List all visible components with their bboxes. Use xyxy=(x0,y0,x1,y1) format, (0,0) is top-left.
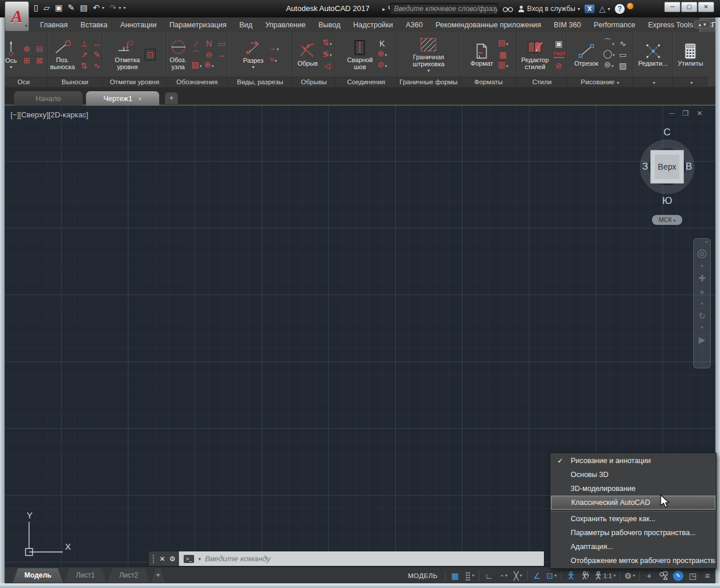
sign-in-control[interactable]: Вход в службы ▾ xyxy=(518,5,580,13)
viewcube-east[interactable]: В xyxy=(686,161,692,173)
viewcube[interactable]: С З Верх В Ю МСК ▾ xyxy=(629,127,705,214)
symbol-small-icon-7[interactable]: ▨▾ xyxy=(192,60,201,71)
level-mark-button[interactable]: Отметка уровня xyxy=(113,38,142,71)
layout-tab-model[interactable]: Модель xyxy=(13,568,63,583)
menu-item-3d-modeling[interactable]: 3D-моделирование xyxy=(551,482,715,496)
ribbon-collapse-button[interactable]: ▴ ▾ xyxy=(694,20,711,28)
ellipse-icon[interactable]: ⊜▾ xyxy=(603,60,615,71)
symbol-small-icon-4[interactable]: ⊖ xyxy=(205,50,214,59)
callout-small-icon-2[interactable]: ↗ xyxy=(80,50,89,59)
level-small-icon-1[interactable]: ⊡ xyxy=(145,49,156,60)
redo-dropdown-icon[interactable]: ▾ xyxy=(119,5,121,10)
navbar-dropdown-icon-2[interactable]: ▾ xyxy=(701,302,703,306)
tab-addins[interactable]: Надстройки xyxy=(347,19,400,32)
style-small-icon-1[interactable]: ▣ xyxy=(553,39,564,48)
panel-title-views[interactable]: Виды, разрезы xyxy=(228,77,292,87)
position-callout-button[interactable]: Поз. выноска xyxy=(48,38,77,71)
window-maximize-button[interactable]: ▢ xyxy=(681,2,697,12)
panel-title-draw[interactable]: Рисование▾ xyxy=(567,77,633,87)
open-file-icon[interactable]: ▱ xyxy=(44,3,50,12)
symbol-small-icon-3[interactable]: N xyxy=(205,39,214,48)
annotation-scale-button[interactable]: 1:1 ▾ xyxy=(593,569,617,583)
hatch-icon[interactable]: ▨ xyxy=(618,61,628,70)
viewcube-top-face[interactable]: Верх xyxy=(650,150,684,184)
break-small-icon-1[interactable]: ⇅▾ xyxy=(323,38,332,49)
circle-icon[interactable]: ◯▾ xyxy=(603,49,615,60)
symbol-small-icon-8[interactable]: ⊕▾ xyxy=(205,60,214,71)
weld-seam-button[interactable]: Сварной шов xyxy=(345,38,374,71)
panel-title-levels[interactable]: Отметки уровня xyxy=(103,77,166,87)
ucs-selector-button[interactable]: МСК ▾ xyxy=(652,215,682,225)
panel-title-styles[interactable]: Стили xyxy=(517,77,567,87)
grid-toggle[interactable]: ▦ xyxy=(448,569,462,583)
tab-performance[interactable]: Performance xyxy=(588,19,642,32)
tab-express-tools[interactable]: Express Tools xyxy=(642,19,700,32)
break-small-icon-3[interactable]: ◁ xyxy=(323,61,332,70)
spline-icon[interactable]: ∿ xyxy=(618,39,628,48)
panel-title-formats[interactable]: Форматы xyxy=(460,77,517,87)
tab-annotate[interactable]: Аннотации xyxy=(114,19,163,32)
canvas-restore-icon[interactable]: ❐ xyxy=(682,109,689,117)
search-binoculars-icon[interactable] xyxy=(503,5,513,13)
command-line[interactable]: ✕ ⚙ >_ ▾ Введите команду xyxy=(148,551,545,567)
symbol-small-icon-6[interactable]: ↔ xyxy=(217,50,227,59)
format-button[interactable]: Формат xyxy=(469,41,495,68)
status-plus-button[interactable]: + xyxy=(642,569,656,583)
new-drawing-button[interactable]: + xyxy=(165,92,178,104)
command-input[interactable]: >_ ▾ Введите команду xyxy=(179,551,544,566)
format-small-icon-1[interactable]: ▤▾ xyxy=(498,38,508,49)
tab-insert[interactable]: Вставка xyxy=(74,19,114,32)
panel-title-callouts[interactable]: Выноски xyxy=(48,77,102,87)
views-small-icon-2[interactable]: ≈▾ xyxy=(268,55,279,66)
layout-tab-sheet2[interactable]: Лист2 xyxy=(108,568,150,583)
callout-small-icon-6[interactable]: ∿ xyxy=(92,61,102,70)
show-motion-icon[interactable]: ▶ xyxy=(698,335,705,344)
save-icon[interactable]: ▣ xyxy=(55,3,63,12)
navbar-dropdown-icon-3[interactable]: ▾ xyxy=(701,325,703,330)
tab-featured-apps[interactable]: Рекомендованные приложения xyxy=(429,19,547,32)
utilities-button[interactable]: Утилиты xyxy=(676,41,705,68)
customization-button[interactable]: ≡ xyxy=(700,569,714,583)
window-minimize-button[interactable]: ─ xyxy=(664,2,680,12)
annotation-autoscale-toggle[interactable] xyxy=(578,569,592,583)
file-tab-start[interactable]: Начало xyxy=(14,91,83,106)
joint-small-icon-3[interactable]: ⊘▾ xyxy=(378,60,387,71)
symbol-small-icon-1[interactable]: ∕ xyxy=(192,39,201,48)
snap-toggle[interactable]: ⣿▾ xyxy=(463,569,477,583)
arc-icon[interactable]: ⌒▾ xyxy=(603,38,615,49)
panel-flyout-utils[interactable]: ▾ xyxy=(673,77,708,87)
navbar-close-icon[interactable]: ✕ xyxy=(705,240,708,245)
layout-tab-sheet1[interactable]: Лист1 xyxy=(64,568,106,583)
tab-bim360[interactable]: BIM 360 xyxy=(547,19,588,32)
model-space-button[interactable]: МОДЕЛЬ xyxy=(403,569,443,583)
redo-icon[interactable]: ↷ xyxy=(109,3,116,12)
menu-item-classic-autocad[interactable]: Классический AutoCAD xyxy=(551,496,715,510)
menu-item-customize[interactable]: Адаптация... xyxy=(551,540,715,554)
clean-screen-button[interactable]: ◳ xyxy=(686,569,700,583)
object-snap-toggle[interactable]: ⊡▾ xyxy=(545,569,558,583)
object-snap-tracking-toggle[interactable]: ∠ xyxy=(530,569,544,583)
menu-item-workspace-labels[interactable]: Отображение меток рабочего пространства xyxy=(551,554,715,568)
section-button[interactable]: Разрез ▾ xyxy=(241,38,265,71)
rectangle-icon[interactable]: ▭ xyxy=(618,50,628,59)
axes-small-icon-2[interactable]: ⊞ xyxy=(22,56,31,65)
window-close-button[interactable]: ✕ xyxy=(698,2,714,12)
axes-small-icon-3[interactable]: ⊟ xyxy=(35,44,44,53)
edit-button[interactable]: Редакти... xyxy=(636,41,669,68)
format-small-icon-3[interactable]: ▥▾ xyxy=(498,60,508,71)
recent-commands-icon[interactable]: ▾ xyxy=(198,556,201,562)
canvas-close-icon[interactable]: ✕ xyxy=(697,109,703,117)
callout-small-icon-5[interactable]: ✎ xyxy=(92,50,102,59)
navigation-wheel-icon[interactable]: ◎ xyxy=(697,247,707,259)
canvas-minimize-icon[interactable]: ─ xyxy=(669,109,675,117)
callout-small-icon-1[interactable]: ⊥ xyxy=(80,39,89,48)
tab-parametric[interactable]: Параметризация xyxy=(163,19,233,32)
undo-icon[interactable]: ↶ xyxy=(93,3,100,12)
application-menu-button[interactable]: A ▾ xyxy=(5,1,29,31)
boundary-hatch-button[interactable]: Граничная штриховка ▾ xyxy=(411,35,446,74)
format-small-icon-2[interactable]: ▦ xyxy=(498,50,508,59)
joint-small-icon-2[interactable]: ⊛▾ xyxy=(378,49,387,60)
tab-view[interactable]: Вид xyxy=(233,19,259,32)
style-editor-button[interactable]: Редактор стилей xyxy=(520,38,550,71)
viewcube-west[interactable]: З xyxy=(642,161,648,173)
